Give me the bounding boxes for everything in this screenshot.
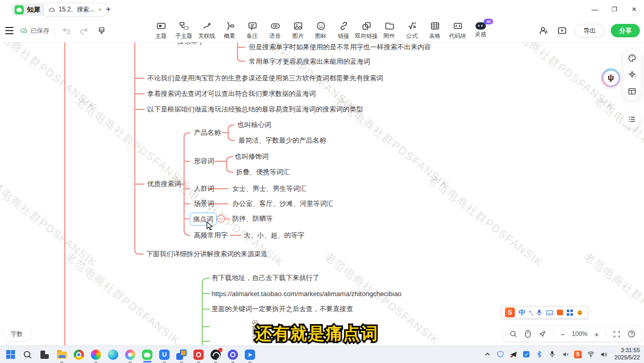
ime-punctuation-toggle[interactable]: °,	[529, 310, 533, 316]
tool-subtopic[interactable]: 子主题	[175, 21, 192, 40]
collaborate-icon[interactable]	[537, 24, 550, 37]
mindmap-node[interactable]: 优质搜索词	[147, 179, 181, 189]
colorful-app-icon[interactable]	[124, 348, 136, 361]
circle-app-icon[interactable]	[227, 348, 239, 361]
ime-emoji-icon[interactable]	[577, 310, 584, 316]
bluetooth-icon[interactable]	[535, 350, 543, 358]
mindmap-node[interactable]: 防摔、防晒等	[232, 214, 273, 224]
mindmap-node[interactable]: 也叫核心词	[237, 120, 271, 130]
taskbar-clock[interactable]: 3:31:55 2025/5/22	[612, 347, 640, 361]
video-tutorial-icon[interactable]	[556, 24, 568, 37]
mindmap-node-partial[interactable]: 搜索单字	[177, 43, 204, 46]
tool-formula[interactable]: 公式	[403, 21, 421, 40]
zhixi-app-icon[interactable]	[141, 348, 153, 361]
help-icon[interactable]	[627, 330, 636, 338]
zoom-in-button[interactable]: +	[594, 330, 599, 339]
tool-link[interactable]: 链接	[335, 21, 352, 40]
zoom-out-button[interactable]: −	[561, 330, 565, 339]
pan-mode-icon[interactable]	[538, 330, 547, 338]
telegram-icon[interactable]	[509, 350, 517, 358]
new-tab-button[interactable]: +	[103, 3, 114, 16]
mindmap-node[interactable]: https://alimarket.taobao.com/markets/ali…	[212, 290, 401, 298]
mindmap-node[interactable]: 人群词	[194, 184, 214, 193]
tray-expand-chevron-icon[interactable]	[483, 350, 492, 358]
tool-attachment[interactable]: 附件	[381, 21, 398, 40]
mindmap-node[interactable]: 最简洁、字数最少的产品名称	[239, 136, 326, 145]
wifi-icon[interactable]	[586, 350, 595, 358]
mindmap-node[interactable]: 形容词	[194, 157, 214, 166]
tool-inspiration[interactable]: AI 灵感	[472, 21, 489, 40]
document-tab[interactable]: 15.2、搜索... ×	[44, 3, 107, 17]
tool-table[interactable]: 表格	[426, 21, 443, 40]
mindmap-node[interactable]: 也叫修饰词	[235, 152, 269, 161]
menu-button[interactable]	[4, 26, 15, 35]
chrome-icon[interactable]	[73, 348, 85, 361]
ime-mode-toggle[interactable]: 中	[519, 308, 525, 317]
updater-check-icon[interactable]	[522, 350, 530, 358]
tool-topic[interactable]: 主题	[152, 21, 170, 40]
mindmap-node[interactable]: 办公室、客厅、沙滩、河里等词汇	[232, 199, 333, 208]
security-shield-icon[interactable]	[496, 350, 505, 358]
outline-list-icon[interactable]	[627, 115, 637, 124]
share-button[interactable]: 分享	[611, 24, 640, 37]
tool-relation-line[interactable]: 关联线	[198, 21, 215, 40]
taskbar-search-icon[interactable]	[21, 348, 34, 361]
file-explorer-icon[interactable]	[55, 348, 68, 361]
mindmap-node[interactable]: 有下载地址，自己去下载下来就行了	[212, 273, 319, 283]
magic-wand-icon[interactable]	[627, 70, 637, 79]
fit-screen-icon[interactable]	[613, 330, 621, 338]
start-button[interactable]	[4, 348, 17, 361]
tool-note[interactable]: 备注	[244, 21, 261, 40]
tool-icon[interactable]: 图标	[312, 21, 329, 40]
mindmap-node[interactable]: 不论我们是使用淘宝官方的生意参谋还是使用第三方软件查词都需要先有搜索词	[147, 74, 383, 83]
layout-icon[interactable]	[627, 87, 637, 96]
minimize-button[interactable]: —	[585, 0, 605, 19]
mindmap-node[interactable]: 常用单字才更容易搜索出来能用的蓝海词	[249, 57, 370, 66]
mindmap-node[interactable]: 女士、男士、男生等词汇	[232, 184, 306, 193]
export-button[interactable]: 导出	[575, 24, 605, 37]
snipping-tool-icon[interactable]	[38, 348, 51, 361]
mindmap-node[interactable]: 下面我们详细拆分讲解搜索词的来源渠道	[146, 249, 268, 259]
mindmap-node[interactable]: 折叠、便携等词汇	[236, 167, 290, 177]
audio-device-icon[interactable]	[561, 350, 569, 358]
search-icon[interactable]	[509, 330, 517, 338]
edge-icon[interactable]	[107, 348, 119, 361]
close-tab-icon[interactable]: ×	[97, 6, 102, 13]
format-painter-button[interactable]	[95, 24, 108, 37]
mindmap-node[interactable]: 大、小、超、的等字	[244, 231, 304, 240]
microphone-icon[interactable]	[548, 350, 556, 358]
word-count-box[interactable]: 字数	[3, 327, 30, 341]
undo-button[interactable]	[60, 24, 73, 37]
tool-bidirectional-link[interactable]: 双向链接	[358, 21, 375, 40]
browser-360-icon[interactable]	[90, 348, 102, 361]
mindmap-node[interactable]: 里面的关键词一定要拆开之后去查，不要直接查	[212, 304, 353, 314]
restore-button[interactable]: ❐	[605, 0, 624, 19]
tool-voice[interactable]: 语音	[267, 21, 284, 40]
overlapping-windows-app-icon[interactable]	[175, 348, 188, 361]
mindmap-node[interactable]: 拿着搜索词去查词才可以查出符合我们要求数据的蓝海词	[147, 89, 316, 99]
tray-sogou-icon[interactable]: S	[574, 351, 582, 358]
mindmap-node[interactable]: 但是搜索单字时如果使用的是不常用字也一样搜索不出来内容	[249, 43, 431, 52]
mindmap-node[interactable]: 以下是根据咱们做蓝海玩法经验总结的最容易查到蓝海词的搜索词的类型	[147, 105, 363, 114]
app-home-tab[interactable]: 知犀	[11, 3, 46, 16]
volume-icon[interactable]	[599, 350, 608, 358]
plane-app-icon[interactable]: ➤	[244, 348, 256, 361]
palette-icon[interactable]	[627, 53, 637, 63]
ime-keyboard-icon[interactable]	[546, 310, 553, 316]
tool-summary[interactable]: 概要	[221, 21, 238, 40]
mindmap-node[interactable]: 产品名称	[194, 128, 221, 137]
mindmap-node[interactable]: 场景词	[194, 199, 214, 208]
ime-skin-icon[interactable]	[557, 310, 563, 315]
sogou-logo-icon[interactable]: S	[505, 308, 515, 317]
mouse-mode-icon[interactable]	[524, 330, 531, 338]
app-u-icon[interactable]: U	[158, 348, 171, 361]
tool-code-block[interactable]: 代码块	[449, 21, 466, 40]
ime-mic-icon[interactable]	[536, 309, 542, 316]
tool-image[interactable]: 图片	[289, 21, 306, 40]
red-record-app-icon[interactable]	[192, 348, 205, 361]
obs-icon[interactable]	[209, 348, 222, 361]
ime-toolbar[interactable]: S 中 °,	[501, 306, 588, 319]
mindmap-node[interactable]: 高频常用字	[194, 231, 228, 240]
mindmap-canvas[interactable]: 老范电商社群PDSFANSIK 老范电商社群PDSFANSIK 老范电商社群PD…	[0, 43, 644, 345]
redo-button[interactable]	[78, 24, 90, 37]
